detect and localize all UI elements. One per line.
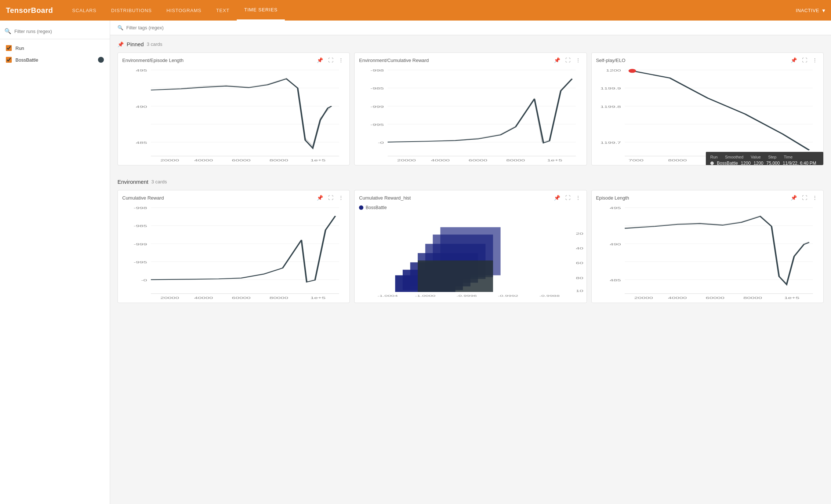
- card-header-elo: Self-play/ELO 📌 ⛶ ⋮: [592, 53, 823, 66]
- pinned-section-title: Pinned: [127, 41, 144, 47]
- svg-text:495: 495: [136, 69, 147, 73]
- env-section-title: Environment: [117, 179, 148, 185]
- svg-text:60000: 60000: [576, 261, 584, 265]
- pin-button-cumulative-reward-env[interactable]: 📌: [315, 194, 324, 201]
- nav-links: SCALARS DISTRIBUTIONS HISTOGRAMS TEXT TI…: [65, 0, 796, 21]
- bossbattle-checkbox[interactable]: [6, 57, 12, 63]
- search-icon: 🔍: [4, 28, 11, 34]
- pin-button-cumulative-reward[interactable]: 📌: [552, 56, 562, 64]
- expand-button-hist[interactable]: ⛶: [564, 194, 572, 201]
- tooltip-value-value: 1200: [754, 161, 763, 165]
- nav-text[interactable]: TEXT: [209, 0, 237, 21]
- card-title-episode-length-env: Episode Length: [596, 195, 787, 201]
- more-button-cumulative-reward[interactable]: ⋮: [574, 56, 582, 64]
- svg-text:80000: 80000: [506, 158, 525, 162]
- tooltip-header: Run Smoothed Value Step Time: [710, 155, 819, 159]
- expand-button-episode-length-env[interactable]: ⛶: [801, 194, 809, 201]
- card-title-cumulative-reward: Environment/Cumulative Reward: [359, 58, 550, 63]
- svg-text:495: 495: [610, 206, 621, 210]
- tooltip-time-value: 11/9/22, 6:40 PM: [783, 161, 816, 165]
- svg-text:1200: 1200: [606, 69, 621, 73]
- svg-text:-998: -998: [370, 69, 384, 73]
- tooltip-run-dot: [710, 161, 714, 165]
- tooltip-run-header: Run: [710, 155, 718, 159]
- card-header-cumulative-reward: Environment/Cumulative Reward 📌 ⛶ ⋮: [355, 53, 586, 66]
- pin-button-elo[interactable]: 📌: [789, 56, 798, 64]
- sidebar: 🔍 Run BossBattle: [0, 21, 110, 504]
- svg-text:1e+5: 1e+5: [311, 296, 326, 300]
- svg-rect-79: [418, 260, 493, 292]
- more-button-cumulative-reward-env[interactable]: ⋮: [337, 194, 345, 201]
- svg-text:1e+5: 1e+5: [311, 158, 326, 162]
- pin-button-hist[interactable]: 📌: [552, 194, 562, 201]
- pinned-section-header: 📌 Pinned 3 cards: [117, 41, 824, 47]
- hist-legend: BossBattle: [355, 204, 586, 212]
- tooltip-run-value: BossBattle: [717, 161, 738, 165]
- card-cumulative-reward-pinned: Environment/Cumulative Reward 📌 ⛶ ⋮: [354, 52, 587, 165]
- expand-button-cumulative-reward[interactable]: ⛶: [564, 56, 572, 64]
- expand-button-episode-length[interactable]: ⛶: [327, 56, 335, 64]
- nav-scalars[interactable]: SCALARS: [65, 0, 104, 21]
- card-title-cumulative-reward-env: Cumulative Reward: [122, 195, 313, 201]
- pin-button-episode-length[interactable]: 📌: [315, 56, 324, 64]
- card-title-elo: Self-play/ELO: [596, 58, 787, 63]
- svg-text:-999: -999: [370, 105, 384, 109]
- top-navigation: TensorBoard SCALARS DISTRIBUTIONS HISTOG…: [0, 0, 831, 21]
- sidebar-filter-runs: 🔍: [0, 26, 110, 39]
- card-elo: Self-play/ELO 📌 ⛶ ⋮: [591, 52, 824, 165]
- svg-text:1e+5: 1e+5: [784, 296, 799, 300]
- svg-text:100000: 100000: [576, 289, 584, 293]
- nav-time-series[interactable]: TIME SERIES: [237, 0, 285, 21]
- pinned-pin-icon: 📌: [117, 41, 124, 47]
- more-button-episode-length-env[interactable]: ⋮: [811, 194, 819, 201]
- tooltip-step-header: Step: [768, 155, 777, 159]
- svg-text:-1.0004: -1.0004: [378, 294, 398, 297]
- chart-episode-length-pinned: 495 490 485 20000 40000 60000 80000 1e+5: [118, 66, 349, 165]
- svg-text:-999: -999: [134, 242, 147, 246]
- svg-text:-0.9992: -0.9992: [498, 294, 519, 297]
- pinned-card-grid: Environment/Episode Length 📌 ⛶ ⋮: [117, 52, 824, 165]
- more-button-elo[interactable]: ⋮: [811, 56, 819, 64]
- hist-legend-label: BossBattle: [366, 205, 387, 210]
- elo-tooltip: Run Smoothed Value Step Time BossBattle …: [706, 152, 823, 165]
- svg-text:80000: 80000: [576, 276, 584, 280]
- status-dropdown-arrow[interactable]: ▾: [822, 7, 825, 14]
- run-checkbox[interactable]: [6, 45, 12, 51]
- svg-text:1199.8: 1199.8: [600, 105, 621, 109]
- svg-text:485: 485: [610, 278, 621, 282]
- svg-text:-998: -998: [134, 206, 147, 210]
- sidebar-run-item-run: Run: [0, 42, 110, 54]
- pinned-section-count: 3 cards: [147, 41, 163, 47]
- more-button-episode-length[interactable]: ⋮: [337, 56, 345, 64]
- svg-text:80000: 80000: [269, 296, 288, 300]
- filter-tags-input[interactable]: [126, 25, 188, 30]
- filter-tags-bar: 🔍: [110, 21, 831, 35]
- card-cumulative-reward-env: Cumulative Reward 📌 ⛶ ⋮: [117, 190, 350, 303]
- nav-distributions[interactable]: DISTRIBUTIONS: [104, 0, 159, 21]
- tooltip-time-header: Time: [784, 155, 792, 159]
- card-header-cumulative-reward-env: Cumulative Reward 📌 ⛶ ⋮: [118, 190, 349, 204]
- hist-legend-dot: [359, 205, 363, 210]
- filter-runs-input[interactable]: [14, 29, 105, 34]
- pin-button-episode-length-env[interactable]: 📌: [789, 194, 798, 201]
- svg-text:40000: 40000: [431, 158, 450, 162]
- card-episode-length-env: Episode Length 📌 ⛶ ⋮ 495: [591, 190, 824, 303]
- svg-text:485: 485: [136, 140, 147, 145]
- expand-button-cumulative-reward-env[interactable]: ⛶: [327, 194, 335, 201]
- expand-button-elo[interactable]: ⛶: [801, 56, 809, 64]
- svg-text:40000: 40000: [668, 296, 687, 300]
- nav-right: INACTIVE ▾: [796, 7, 825, 14]
- nav-histograms[interactable]: HISTOGRAMS: [159, 0, 209, 21]
- main-content: 🔍 📌 Pinned 3 cards Environment/Episode L…: [110, 21, 831, 504]
- tooltip-step-value: 75,000: [766, 161, 780, 165]
- env-section-header: Environment 3 cards: [117, 179, 824, 185]
- svg-point-45: [628, 69, 636, 73]
- tooltip-value-header: Value: [751, 155, 761, 159]
- svg-text:-995: -995: [134, 260, 147, 264]
- svg-text:60000: 60000: [232, 158, 251, 162]
- svg-text:80000: 80000: [668, 158, 687, 162]
- svg-text:-0: -0: [378, 140, 384, 145]
- more-button-hist[interactable]: ⋮: [574, 194, 582, 201]
- chart-cumulative-reward-pinned: -998 -985 -999 -995 -0 20000 40000 60000…: [355, 66, 586, 165]
- card-title-episode-length: Environment/Episode Length: [122, 58, 313, 63]
